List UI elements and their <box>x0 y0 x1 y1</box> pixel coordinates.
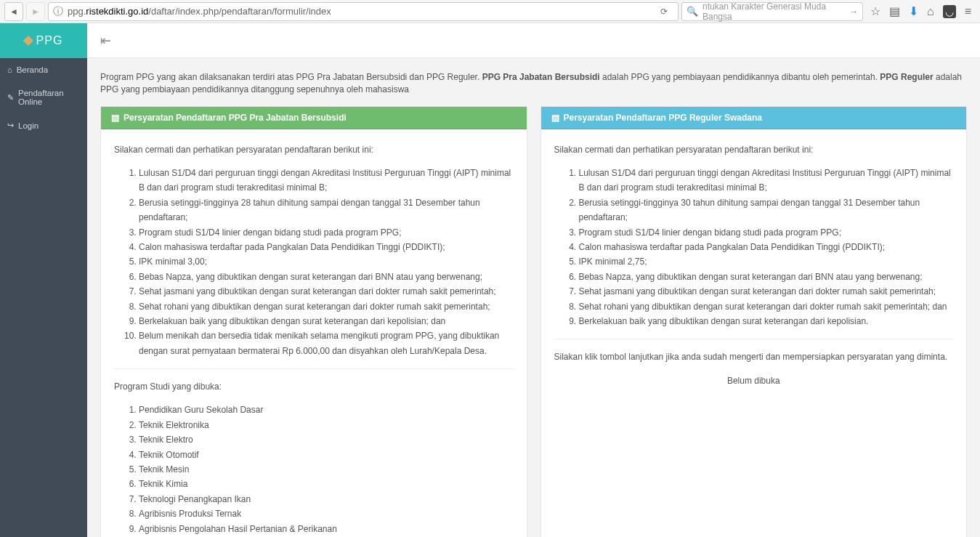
sidebar-item-label: Beranda <box>17 65 48 74</box>
menu-icon[interactable]: ≡ <box>965 5 971 18</box>
bookmark-list-icon[interactable]: ▤ <box>889 4 900 18</box>
panel-bersubsidi: ▤ Persyaratan Pendaftaran PPG Pra Jabata… <box>100 106 527 537</box>
panel-title: Persyaratan Pendaftaran PPG Reguler Swad… <box>564 113 762 123</box>
list-item: Belum menikah dan bersedia tidak menikah… <box>139 328 514 358</box>
list-item: Agribisnis Produksi Ternak <box>139 506 514 521</box>
book-icon: ▤ <box>551 113 559 123</box>
sidebar-item-login[interactable]: ↪ Login <box>0 113 87 137</box>
intro-text: Program PPG yang akan dilaksanakan terdi… <box>100 71 967 96</box>
brand-text: PPG <box>36 34 63 47</box>
sidebar-item-label: Pendaftaran Online <box>18 89 80 106</box>
home-icon[interactable]: ⌂ <box>927 5 934 18</box>
pocket-icon[interactable]: ◡ <box>943 5 956 18</box>
browser-icons: ☆ ▤ ⬇ ⌂ ◡ ≡ <box>866 4 976 18</box>
list-item: Sehat rohani yang dibuktikan dengan sura… <box>579 299 954 314</box>
sidebar: PPG ⌂ Beranda ✎ Pendaftaran Online ↪ Log… <box>0 23 87 537</box>
panel-header-bersubsidi: ▤ Persyaratan Pendaftaran PPG Pra Jabata… <box>101 107 527 129</box>
browser-toolbar: ◄ ► ⓘ ppg.ristekdikti.go.id/daftar/index… <box>0 0 980 23</box>
list-item: Agribisnis Pengolahan Hasil Pertanian & … <box>139 522 514 536</box>
url-text: ppg.ristekdikti.go.id/daftar/index.php/p… <box>68 6 650 17</box>
list-item: Lulusan S1/D4 dari perguruan tinggi deng… <box>579 166 954 195</box>
list-item: Calon mahasiswa terdaftar pada Pangkalan… <box>579 240 954 254</box>
reload-icon[interactable]: ⟳ <box>655 2 673 21</box>
list-item: Teknik Elektronika <box>139 418 514 432</box>
sidebar-item-pendaftaran[interactable]: ✎ Pendaftaran Online <box>0 81 87 113</box>
list-item: Program studi S1/D4 linier dengan bidang… <box>139 225 514 240</box>
sidebar-item-beranda[interactable]: ⌂ Beranda <box>0 58 87 81</box>
list-item: Lulusan S1/D4 dari perguruan tinggi deng… <box>139 166 514 195</box>
left-intro: Silakan cermati dan perhatikan persyarat… <box>114 142 514 157</box>
search-icon: 🔍 <box>687 6 698 17</box>
sidebar-item-label: Login <box>18 121 39 130</box>
bookmark-star-icon[interactable]: ☆ <box>870 4 880 18</box>
divider <box>114 368 514 369</box>
list-item: Program studi S1/D4 linier dengan bidang… <box>579 225 954 240</box>
brand-logo[interactable]: PPG <box>0 23 87 58</box>
panel-reguler: ▤ Persyaratan Pendaftaran PPG Reguler Sw… <box>540 106 968 537</box>
list-item: Teknik Otomotif <box>139 448 514 462</box>
content-area: ⇤ Program PPG yang akan dilaksanakan ter… <box>87 23 980 537</box>
list-item: Pendidikan Guru Sekolah Dasar <box>139 403 514 417</box>
book-icon: ▤ <box>111 113 119 123</box>
right-cta-text: Silakan klik tombol lanjutkan jika anda … <box>554 350 954 364</box>
brand-diamond-icon <box>23 36 33 46</box>
download-icon[interactable]: ⬇ <box>909 4 918 18</box>
list-item: Teknik Kimia <box>139 477 514 491</box>
list-item: Teknologi Penangkapan Ikan <box>139 492 514 506</box>
home-icon: ⌂ <box>7 65 12 74</box>
list-item: Bebas Napza, yang dibuktikan dengan sura… <box>579 270 954 284</box>
right-requirements: Lulusan S1/D4 dari perguruan tinggi deng… <box>554 166 954 328</box>
edit-icon: ✎ <box>7 93 14 102</box>
back-button[interactable]: ◄ <box>4 2 23 21</box>
list-item: IPK minimal 3,00; <box>139 254 514 269</box>
left-prog-label: Program Studi yang dibuka: <box>114 379 514 394</box>
search-text: ntukan Karakter Generasi Muda Bangsa <box>702 1 845 22</box>
url-bar[interactable]: ⓘ ppg.ristekdikti.go.id/daftar/index.php… <box>48 2 679 21</box>
panel-title: Persyaratan Pendaftaran PPG Pra Jabatan … <box>123 113 347 123</box>
right-intro: Silakan cermati dan perhatikan persyarat… <box>554 142 954 157</box>
search-go-icon[interactable]: → <box>849 7 858 17</box>
list-item: Sehat rohani yang dibuktikan dengan sura… <box>139 299 514 314</box>
list-item: Calon mahasiswa terdaftar pada Pangkalan… <box>139 240 514 254</box>
list-item: Bebas Napza, yang dibuktikan dengan sura… <box>139 270 514 284</box>
list-item: Berkelakuan baik yang dibuktikan dengan … <box>579 314 954 328</box>
panel-header-reguler: ▤ Persyaratan Pendaftaran PPG Reguler Sw… <box>541 107 967 129</box>
right-closed-text: Belum dibuka <box>554 374 954 388</box>
info-icon[interactable]: ⓘ <box>53 5 63 18</box>
list-item: Berusia setinggi-tingginya 28 tahun dihi… <box>139 195 514 225</box>
list-item: IPK minimal 2,75; <box>579 254 954 269</box>
list-item: Berkelakuan baik yang dibuktikan dengan … <box>139 314 514 328</box>
divider <box>554 339 954 339</box>
login-icon: ↪ <box>7 121 14 130</box>
sidebar-toggle-icon[interactable]: ⇤ <box>100 33 111 49</box>
list-item: Sehat jasmani yang dibuktikan dengan sur… <box>579 284 954 299</box>
list-item: Teknik Mesin <box>139 462 514 477</box>
left-programs: Pendidikan Guru Sekolah Dasar Teknik Ele… <box>114 403 514 537</box>
list-item: Berusia setinggi-tingginya 30 tahun dihi… <box>579 195 954 225</box>
forward-button[interactable]: ► <box>26 2 45 21</box>
search-bar[interactable]: 🔍 ntukan Karakter Generasi Muda Bangsa → <box>681 2 863 21</box>
left-requirements: Lulusan S1/D4 dari perguruan tinggi deng… <box>114 166 514 358</box>
list-item: Sehat jasmani yang dibuktikan dengan sur… <box>139 284 514 299</box>
list-item: Teknik Elektro <box>139 432 514 447</box>
topbar: ⇤ <box>87 23 980 58</box>
